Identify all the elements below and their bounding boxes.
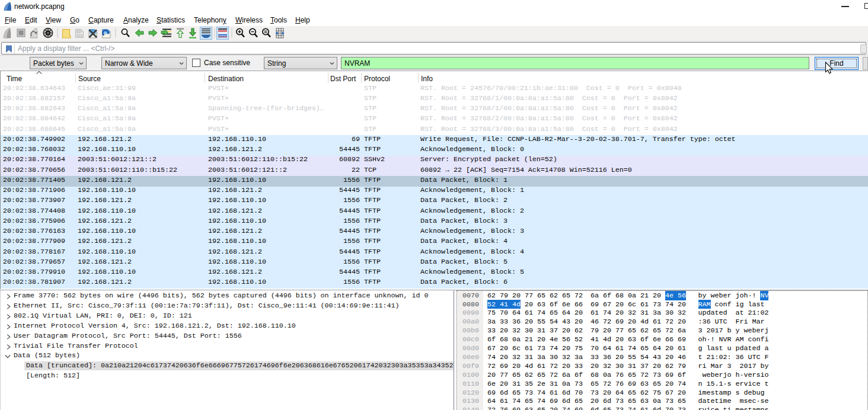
svg-text:010: 010 xyxy=(76,34,83,37)
